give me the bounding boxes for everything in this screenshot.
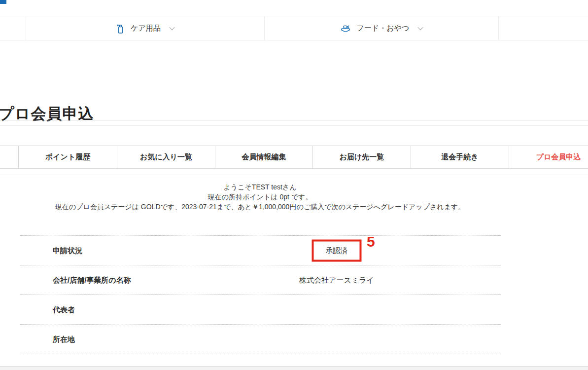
pro-member-info-table: 申請状況 承認済 会社/店舗/事業所の名称 株式会社アースミライ 代表者 所在地 [20,235,501,354]
tab-favorites[interactable]: お気に入り一覧 [117,146,215,168]
table-row-company-name: 会社/店舗/事業所の名称 株式会社アースミライ [20,265,501,295]
footer-edge [0,367,588,370]
tab-pro-member-application[interactable]: プロ会員申込 [509,146,588,168]
tab-delivery-addresses[interactable]: お届け先一覧 [313,146,411,168]
chevron-down-icon [169,25,174,30]
nav-item-food-snacks[interactable]: フード・おやつ [265,16,499,40]
tab-member-info-edit[interactable]: 会員情報編集 [215,146,313,168]
status-value: 承認済 [326,246,348,254]
row-label: 所在地 [53,334,75,344]
page-title: プロ会員申込 [0,104,94,124]
category-nav: ケア用品 フード・おやつ [0,16,588,40]
row-label: 代表者 [53,305,75,314]
page: ケア用品 フード・おやつ プロ会員申込 ポイント履歴 [0,0,588,370]
welcome-line-1: ようこそTEST testさん [0,182,520,192]
divider [0,125,588,126]
nav-item-label: ケア用品 [131,24,161,33]
divider [0,175,588,175]
table-row-application-status: 申請状況 承認済 [20,235,501,265]
mypage-tab-bar: ポイント履歴 お気に入り一覧 会員情報編集 お届け先一覧 退会手続き プロ会員申… [0,146,588,169]
welcome-line-2: 現在の所持ポイントは 0pt です。 [0,192,520,202]
divider [0,120,588,120]
welcome-message: ようこそTEST testさん 現在の所持ポイントは 0pt です。 現在のプロ… [0,182,520,212]
row-label: 申請状況 [53,246,82,255]
food-bowl-icon [341,23,350,33]
row-value: 株式会社アースミライ [299,275,374,285]
tab-point-history[interactable]: ポイント履歴 [19,146,117,168]
row-label: 会社/店舗/事業所の名称 [53,275,131,285]
spray-bottle-icon [116,22,124,34]
tab-withdrawal[interactable]: 退会手続き [411,146,509,168]
nav-item-label: フード・おやつ [357,24,410,33]
nav-item-care-goods[interactable]: ケア用品 [26,16,265,40]
tab-partial-left [0,146,19,168]
nav-cell-partial-left [0,16,26,40]
annotation-number: 5 [367,234,375,250]
chevron-down-icon [418,25,423,30]
status-annotation-box: 承認済 [312,239,362,261]
welcome-line-3: 現在のプロ会員ステージは GOLDです、2023-07-21まで、あと￥1,00… [0,202,520,212]
logo-fragment [0,0,6,4]
table-row-address: 所在地 [20,325,501,354]
table-row-representative: 代表者 [20,295,501,325]
nav-cell-partial-right [499,16,588,40]
